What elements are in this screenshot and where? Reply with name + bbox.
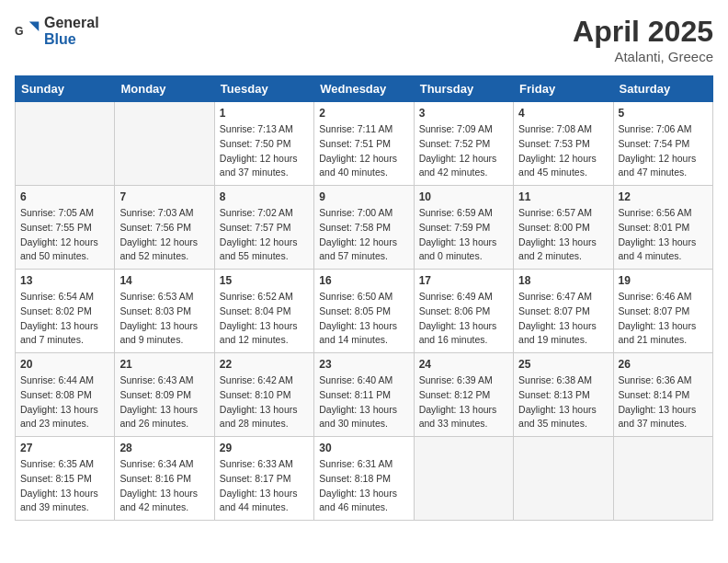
day-detail: Sunrise: 6:31 AMSunset: 8:18 PMDaylight:… — [319, 457, 408, 515]
day-number: 13 — [20, 274, 109, 287]
day-number: 21 — [119, 358, 209, 371]
day-detail: Sunrise: 6:53 AMSunset: 8:03 PMDaylight:… — [119, 290, 209, 348]
svg-text:G: G — [15, 25, 24, 38]
calendar-cell: 15Sunrise: 6:52 AMSunset: 8:04 PMDayligh… — [214, 270, 313, 353]
calendar-cell: 11Sunrise: 6:57 AMSunset: 8:00 PMDayligh… — [514, 186, 613, 270]
day-number: 19 — [619, 274, 708, 287]
calendar-cell: 19Sunrise: 6:46 AMSunset: 8:07 PMDayligh… — [613, 270, 712, 353]
day-detail: Sunrise: 7:03 AMSunset: 7:56 PMDaylight:… — [119, 206, 209, 264]
day-number: 23 — [319, 358, 408, 371]
calendar-cell: 17Sunrise: 6:49 AMSunset: 8:06 PMDayligh… — [414, 270, 513, 353]
calendar-cell: 24Sunrise: 6:39 AMSunset: 8:12 PMDayligh… — [414, 353, 513, 437]
day-detail: Sunrise: 7:05 AMSunset: 7:55 PMDaylight:… — [20, 206, 109, 264]
day-number: 11 — [518, 190, 608, 203]
calendar-cell: 21Sunrise: 6:43 AMSunset: 8:09 PMDayligh… — [115, 353, 214, 437]
calendar-cell: 12Sunrise: 6:56 AMSunset: 8:01 PMDayligh… — [613, 186, 712, 270]
day-number: 14 — [119, 274, 209, 287]
calendar-cell: 2Sunrise: 7:11 AMSunset: 7:51 PMDaylight… — [314, 102, 414, 186]
calendar-cell — [115, 102, 214, 186]
calendar-cell: 28Sunrise: 6:34 AMSunset: 8:16 PMDayligh… — [115, 437, 214, 521]
calendar-week-row: 1Sunrise: 7:13 AMSunset: 7:50 PMDaylight… — [16, 102, 713, 186]
day-number: 5 — [619, 107, 708, 120]
day-number: 22 — [220, 358, 309, 371]
calendar-cell: 16Sunrise: 6:50 AMSunset: 8:05 PMDayligh… — [314, 270, 414, 353]
day-header-sunday: Sunday — [16, 76, 115, 102]
day-number: 12 — [619, 190, 708, 203]
svg-marker-1 — [29, 22, 40, 32]
calendar-cell: 1Sunrise: 7:13 AMSunset: 7:50 PMDaylight… — [214, 102, 313, 186]
day-detail: Sunrise: 6:40 AMSunset: 8:11 PMDaylight:… — [319, 373, 408, 431]
day-detail: Sunrise: 7:09 AMSunset: 7:52 PMDaylight:… — [419, 122, 508, 180]
day-detail: Sunrise: 6:56 AMSunset: 8:01 PMDaylight:… — [619, 206, 708, 264]
day-detail: Sunrise: 6:36 AMSunset: 8:14 PMDaylight:… — [619, 373, 708, 431]
day-number: 29 — [220, 442, 309, 454]
day-detail: Sunrise: 6:46 AMSunset: 8:07 PMDaylight:… — [619, 290, 708, 348]
calendar-header-row: SundayMondayTuesdayWednesdayThursdayFrid… — [16, 76, 713, 102]
calendar-cell: 26Sunrise: 6:36 AMSunset: 8:14 PMDayligh… — [613, 353, 712, 437]
calendar-cell: 25Sunrise: 6:38 AMSunset: 8:13 PMDayligh… — [514, 353, 613, 437]
day-number: 24 — [419, 358, 508, 371]
calendar-cell: 20Sunrise: 6:44 AMSunset: 8:08 PMDayligh… — [16, 353, 115, 437]
day-number: 3 — [419, 107, 508, 120]
calendar-cell — [414, 437, 513, 521]
day-number: 25 — [518, 358, 608, 371]
day-number: 16 — [319, 274, 408, 287]
calendar-cell: 9Sunrise: 7:00 AMSunset: 7:58 PMDaylight… — [314, 186, 414, 270]
day-detail: Sunrise: 6:49 AMSunset: 8:06 PMDaylight:… — [419, 290, 508, 348]
logo-blue: Blue — [44, 31, 76, 47]
calendar-week-row: 27Sunrise: 6:35 AMSunset: 8:15 PMDayligh… — [16, 437, 713, 521]
logo: G General Blue — [15, 15, 99, 48]
day-number: 4 — [518, 107, 608, 120]
day-detail: Sunrise: 6:33 AMSunset: 8:17 PMDaylight:… — [220, 457, 309, 515]
calendar-week-row: 6Sunrise: 7:05 AMSunset: 7:55 PMDaylight… — [16, 186, 713, 270]
calendar-cell: 6Sunrise: 7:05 AMSunset: 7:55 PMDaylight… — [16, 186, 115, 270]
day-header-wednesday: Wednesday — [314, 76, 414, 102]
location: Atalanti, Greece — [573, 49, 713, 64]
title-block: April 2025 Atalanti, Greece — [573, 15, 713, 64]
calendar-cell: 27Sunrise: 6:35 AMSunset: 8:15 PMDayligh… — [16, 437, 115, 521]
day-detail: Sunrise: 6:57 AMSunset: 8:00 PMDaylight:… — [518, 206, 608, 264]
day-number: 20 — [20, 358, 109, 371]
day-header-tuesday: Tuesday — [214, 76, 313, 102]
day-header-monday: Monday — [115, 76, 214, 102]
calendar-cell: 5Sunrise: 7:06 AMSunset: 7:54 PMDaylight… — [613, 102, 712, 186]
day-number: 28 — [119, 442, 209, 454]
day-detail: Sunrise: 6:54 AMSunset: 8:02 PMDaylight:… — [20, 290, 109, 348]
day-number: 27 — [20, 442, 109, 454]
day-number: 7 — [119, 190, 209, 203]
calendar-cell — [613, 437, 712, 521]
day-detail: Sunrise: 6:35 AMSunset: 8:15 PMDaylight:… — [20, 457, 109, 515]
calendar-cell: 23Sunrise: 6:40 AMSunset: 8:11 PMDayligh… — [314, 353, 414, 437]
day-number: 30 — [319, 442, 408, 454]
calendar-cell: 14Sunrise: 6:53 AMSunset: 8:03 PMDayligh… — [115, 270, 214, 353]
day-number: 26 — [619, 358, 708, 371]
calendar-cell: 7Sunrise: 7:03 AMSunset: 7:56 PMDaylight… — [115, 186, 214, 270]
day-number: 15 — [220, 274, 309, 287]
logo-icon: G — [15, 18, 40, 44]
day-number: 2 — [319, 107, 408, 120]
day-header-thursday: Thursday — [414, 76, 513, 102]
day-detail: Sunrise: 6:34 AMSunset: 8:16 PMDaylight:… — [119, 457, 209, 515]
calendar-cell: 30Sunrise: 6:31 AMSunset: 8:18 PMDayligh… — [314, 437, 414, 521]
day-detail: Sunrise: 6:44 AMSunset: 8:08 PMDaylight:… — [20, 373, 109, 431]
day-number: 8 — [220, 190, 309, 203]
calendar-cell: 18Sunrise: 6:47 AMSunset: 8:07 PMDayligh… — [514, 270, 613, 353]
calendar-table: SundayMondayTuesdayWednesdayThursdayFrid… — [15, 75, 713, 521]
day-detail: Sunrise: 7:00 AMSunset: 7:58 PMDaylight:… — [319, 206, 408, 264]
day-number: 9 — [319, 190, 408, 203]
day-number: 1 — [220, 107, 309, 120]
day-header-saturday: Saturday — [613, 76, 712, 102]
day-detail: Sunrise: 7:06 AMSunset: 7:54 PMDaylight:… — [619, 122, 708, 180]
day-header-friday: Friday — [514, 76, 613, 102]
calendar-week-row: 20Sunrise: 6:44 AMSunset: 8:08 PMDayligh… — [16, 353, 713, 437]
calendar-cell — [514, 437, 613, 521]
day-number: 6 — [20, 190, 109, 203]
day-detail: Sunrise: 7:02 AMSunset: 7:57 PMDaylight:… — [220, 206, 309, 264]
calendar-cell: 10Sunrise: 6:59 AMSunset: 7:59 PMDayligh… — [414, 186, 513, 270]
calendar-cell — [16, 102, 115, 186]
day-number: 17 — [419, 274, 508, 287]
day-number: 10 — [419, 190, 508, 203]
calendar-body: 1Sunrise: 7:13 AMSunset: 7:50 PMDaylight… — [16, 102, 713, 521]
calendar-cell: 8Sunrise: 7:02 AMSunset: 7:57 PMDaylight… — [214, 186, 313, 270]
logo-general: General — [44, 15, 99, 30]
